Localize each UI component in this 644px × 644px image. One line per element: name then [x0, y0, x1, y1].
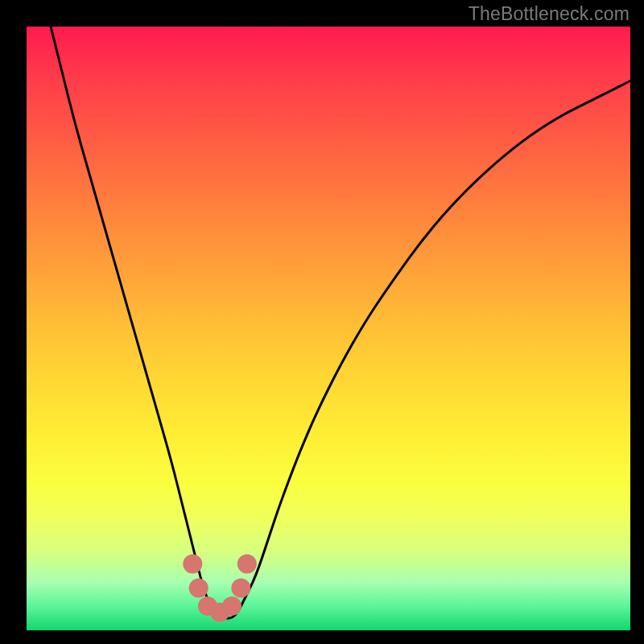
- marker-group: [183, 555, 256, 622]
- bottleneck-curve: [51, 27, 630, 618]
- chart-frame: TheBottleneck.com: [0, 0, 644, 644]
- curve-marker-0: [183, 555, 202, 574]
- curve-marker-6: [237, 555, 257, 574]
- curve-marker-1: [189, 579, 208, 598]
- watermark-text: TheBottleneck.com: [469, 3, 630, 25]
- curve-marker-5: [231, 579, 250, 598]
- chart-svg: [27, 27, 630, 630]
- curve-marker-4: [222, 597, 242, 616]
